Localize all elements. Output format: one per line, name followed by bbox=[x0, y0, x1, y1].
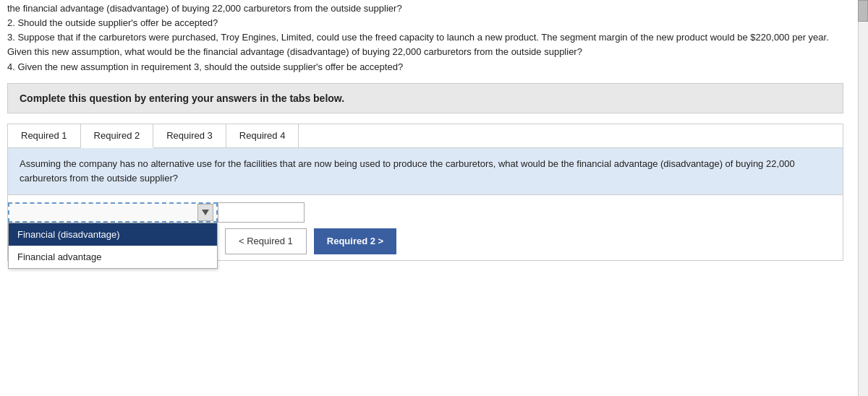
dropdown-container: Financial (disadvantage) Financial advan… bbox=[8, 202, 218, 223]
scrollbar-thumb[interactable] bbox=[858, 0, 868, 22]
tab-required1[interactable]: Required 1 bbox=[8, 124, 81, 147]
intro-line3: 3. Suppose that if the carburetors were … bbox=[7, 30, 843, 59]
next-button-label: Required 2 > bbox=[327, 236, 383, 246]
prev-button-label: < Required 1 bbox=[239, 236, 293, 246]
question-text: Assuming the company has no alternative … bbox=[20, 158, 795, 184]
tab-required2[interactable]: Required 2 bbox=[81, 124, 154, 148]
prev-button[interactable]: < Required 1 bbox=[225, 228, 307, 254]
page-wrapper: the financial advantage (disadvantage) o… bbox=[0, 0, 868, 396]
intro-line4: 4. Given the new assumption in requireme… bbox=[7, 60, 843, 74]
dropdown-item-disadvantage[interactable]: Financial (disadvantage) bbox=[9, 223, 217, 246]
value-input[interactable] bbox=[218, 202, 305, 223]
complete-banner-text: Complete this question by entering your … bbox=[20, 92, 344, 104]
svg-marker-0 bbox=[202, 210, 209, 215]
question-content: Assuming the company has no alternative … bbox=[8, 148, 843, 195]
next-button[interactable]: Required 2 > bbox=[314, 228, 396, 254]
scrollbar[interactable] bbox=[858, 0, 868, 396]
complete-banner: Complete this question by entering your … bbox=[7, 83, 843, 113]
intro-line2: 2. Should the outside supplier's offer b… bbox=[7, 16, 843, 30]
dropdown-item-advantage[interactable]: Financial advantage bbox=[9, 246, 217, 268]
intro-text: the financial advantage (disadvantage) o… bbox=[7, 0, 843, 83]
tabs-row: Required 1 Required 2 Required 3 Require… bbox=[8, 124, 843, 148]
tabs-container: Required 1 Required 2 Required 3 Require… bbox=[7, 124, 843, 261]
tab-required4[interactable]: Required 4 bbox=[226, 124, 299, 147]
dropdown-menu: Financial (disadvantage) Financial advan… bbox=[8, 223, 218, 269]
intro-line1: the financial advantage (disadvantage) o… bbox=[7, 1, 843, 16]
input-area: Financial (disadvantage) Financial advan… bbox=[8, 195, 843, 223]
dropdown-trigger[interactable] bbox=[8, 202, 218, 223]
tab-required3[interactable]: Required 3 bbox=[153, 124, 226, 147]
main-content: the financial advantage (disadvantage) o… bbox=[0, 0, 858, 261]
dropdown-arrow-icon[interactable] bbox=[197, 204, 213, 221]
